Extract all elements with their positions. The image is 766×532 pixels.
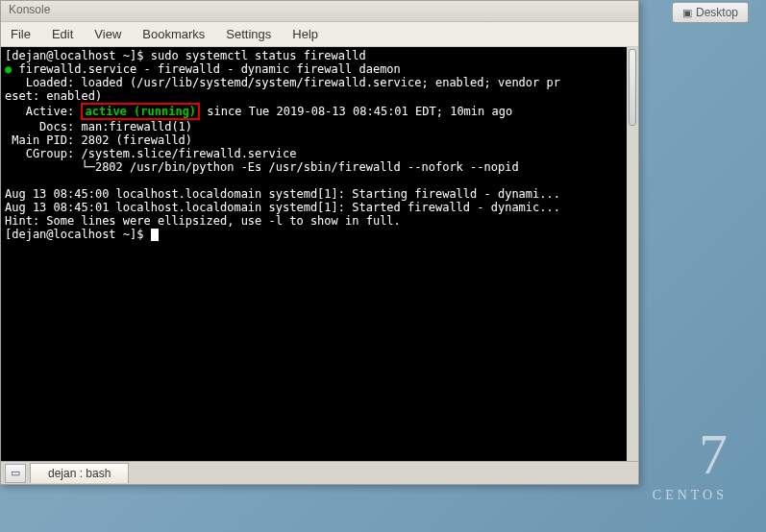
- cgroup-line-2: └─2802 /usr/bin/python -Es /usr/sbin/fir…: [5, 160, 519, 174]
- loaded-line-1: Loaded: loaded (/usr/lib/systemd/system/…: [5, 76, 560, 89]
- menu-view[interactable]: View: [90, 25, 125, 43]
- log-line-2: Aug 13 08:45:01 localhost.localdomain sy…: [5, 201, 560, 214]
- new-tab-icon: ▭: [11, 467, 20, 479]
- log-line-1: Aug 13 08:45:00 localhost.localdomain sy…: [5, 187, 560, 201]
- tab-bar: ▭ dejan : bash: [1, 461, 638, 484]
- active-line: Active: active (running) since Tue 2019-…: [5, 105, 512, 118]
- status-highlight-box: active (running): [81, 103, 200, 120]
- cgroup-line-1: CGroup: /system.slice/firewalld.service: [5, 147, 296, 160]
- terminal-scrollbar[interactable]: [627, 47, 638, 465]
- active-status: active (running): [85, 105, 196, 118]
- docs-line: Docs: man:firewalld(1): [5, 120, 192, 133]
- terminal-output[interactable]: [dejan@localhost ~]$ sudo systemctl stat…: [1, 47, 638, 465]
- cursor: [151, 229, 159, 241]
- menu-file[interactable]: File: [7, 25, 35, 43]
- menu-settings[interactable]: Settings: [222, 25, 275, 43]
- hint-line: Hint: Some lines were ellipsized, use -l…: [5, 214, 401, 228]
- loaded-line-2: eset: enabled): [5, 89, 102, 103]
- window-titlebar[interactable]: Konsole: [1, 1, 638, 22]
- prompt-line-2: [dejan@localhost ~]$: [5, 228, 159, 241]
- terminal-tab[interactable]: dejan : bash: [30, 463, 129, 483]
- centos-version: 7: [653, 422, 728, 488]
- centos-watermark: 7 CENTOS: [653, 422, 728, 503]
- scrollbar-thumb[interactable]: [629, 49, 636, 126]
- centos-text: CENTOS: [653, 488, 728, 503]
- service-line: firewalld.service - firewalld - dynamic …: [12, 62, 401, 76]
- menu-bookmarks[interactable]: Bookmarks: [138, 25, 209, 43]
- menu-help[interactable]: Help: [288, 25, 322, 43]
- folder-icon: ▣: [682, 7, 692, 19]
- prompt-line-1: [dejan@localhost ~]$ sudo systemctl stat…: [5, 49, 366, 62]
- terminal-window: Konsole File Edit View Bookmarks Setting…: [0, 0, 639, 485]
- tab-label: dejan : bash: [48, 467, 111, 480]
- desktop-button-label: Desktop: [696, 6, 738, 19]
- desktop-folder-button[interactable]: ▣ Desktop: [672, 2, 749, 23]
- menu-edit[interactable]: Edit: [48, 25, 77, 43]
- pid-line: Main PID: 2802 (firewalld): [5, 133, 192, 147]
- new-tab-button[interactable]: ▭: [5, 464, 26, 483]
- window-title: Konsole: [9, 3, 50, 16]
- menubar: File Edit View Bookmarks Settings Help: [1, 22, 638, 47]
